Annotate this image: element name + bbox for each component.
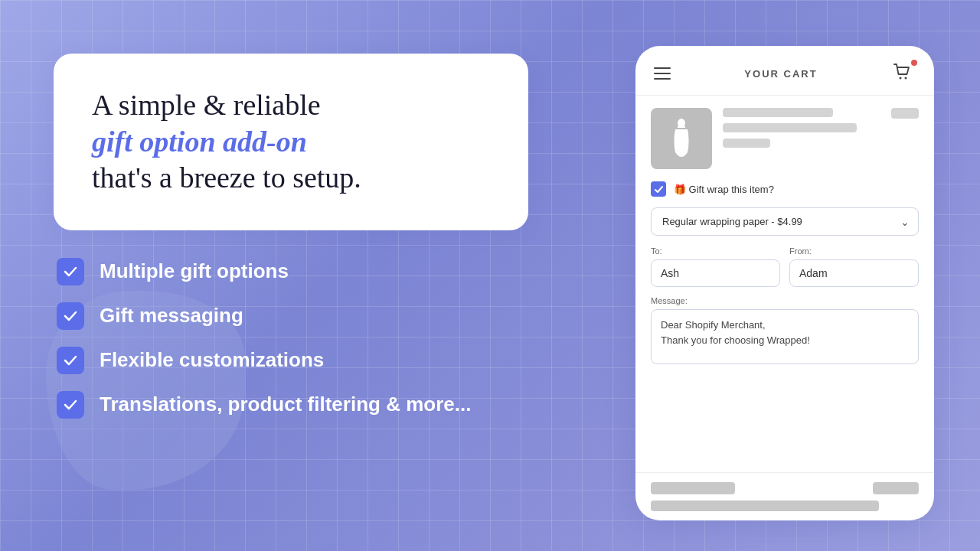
skeleton-product-name (723, 108, 833, 117)
svg-rect-3 (678, 126, 685, 128)
wrapping-dropdown-wrap: Regular wrapping paper - $4.99 Premium w… (651, 207, 919, 236)
skeleton-product-extra (723, 139, 770, 148)
gift-wrap-checkbox[interactable] (651, 181, 666, 197)
feature-item-2: Gift messaging (57, 302, 528, 330)
feature-text-3: Flexible customizations (100, 348, 324, 372)
hamburger-menu-icon[interactable] (654, 67, 671, 80)
cart-title: YOUR CART (744, 68, 817, 80)
gift-wrap-label: 🎁 Gift wrap this item? (674, 184, 774, 195)
product-details (723, 108, 880, 148)
to-label: To: (651, 246, 780, 256)
skeleton-row-1 (651, 482, 919, 494)
product-row (651, 108, 919, 169)
check-icon-3 (57, 347, 84, 374)
headline-text: A simple & reliable gift option add-on t… (92, 87, 490, 197)
svg-point-1 (905, 77, 907, 80)
from-label: From: (789, 246, 919, 256)
gift-wrap-row: 🎁 Gift wrap this item? (651, 181, 919, 197)
to-from-row: To: From: (651, 246, 919, 287)
skeleton-row-2 (651, 500, 919, 511)
features-list: Multiple gift options Gift messaging Fle… (54, 258, 528, 419)
phone-header: YOUR CART (635, 46, 934, 96)
phone-content: 🎁 Gift wrap this item? Regular wrapping … (635, 96, 934, 472)
check-icon-4 (57, 391, 84, 419)
phone-mockup: YOUR CART (635, 46, 934, 520)
to-input[interactable] (651, 259, 780, 287)
feature-item-3: Flexible customizations (57, 347, 528, 374)
wrapping-dropdown[interactable]: Regular wrapping paper - $4.99 Premium w… (651, 207, 919, 236)
headline-card: A simple & reliable gift option add-on t… (54, 54, 528, 230)
message-textarea[interactable]: Dear Shopify Merchant, Thank you for cho… (651, 309, 919, 364)
to-field-group: To: (651, 246, 780, 287)
feature-item-1: Multiple gift options (57, 258, 528, 285)
feature-item-4: Translations, product filtering & more..… (57, 391, 528, 419)
skeleton-product-desc (723, 123, 857, 132)
skeleton-product-price (891, 108, 919, 119)
headline-highlight: gift option add-on (92, 126, 307, 158)
from-field-group: From: (789, 246, 919, 287)
headline-part2: that's a breeze to setup. (92, 161, 361, 194)
from-input[interactable] (789, 259, 919, 287)
feature-text-2: Gift messaging (100, 304, 243, 328)
skeleton-bar (651, 500, 879, 511)
message-group: Message: Dear Shopify Merchant, Thank yo… (651, 296, 919, 367)
left-panel: A simple & reliable gift option add-on t… (54, 54, 528, 419)
check-icon-2 (57, 302, 84, 330)
feature-text-4: Translations, product filtering & more..… (100, 393, 471, 416)
product-image (651, 108, 712, 169)
check-icon-1 (57, 258, 84, 285)
svg-point-0 (900, 77, 902, 80)
cart-icon[interactable] (891, 61, 916, 86)
skeleton-button-right (873, 482, 919, 494)
skeleton-button-left (651, 482, 735, 494)
message-label: Message: (651, 296, 919, 305)
feature-text-1: Multiple gift options (100, 259, 289, 283)
cart-badge (910, 58, 919, 67)
headline-part1: A simple & reliable (92, 89, 321, 121)
bottom-skeletons (635, 472, 934, 520)
